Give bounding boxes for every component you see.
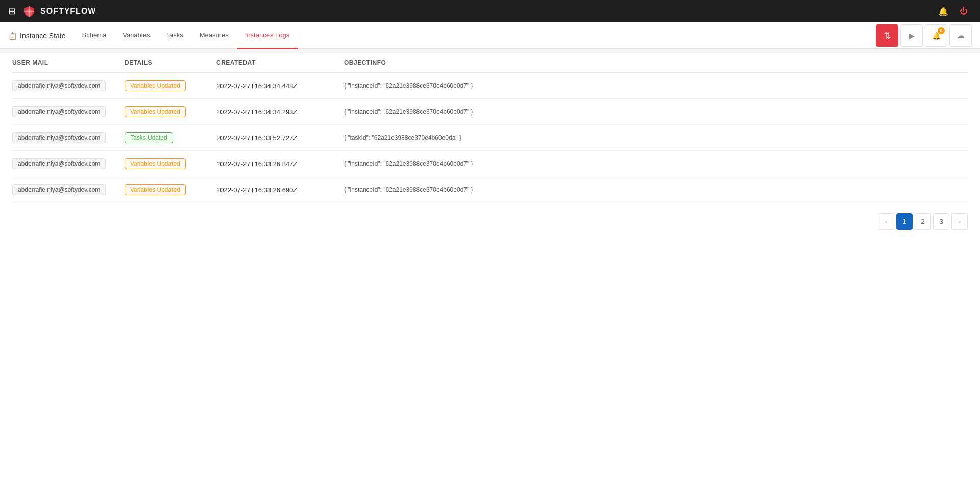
pagination-next[interactable]: › [951, 213, 968, 230]
cell-details: Variables Updated [125, 158, 216, 169]
table-body: abderrafie.niya@softydev.com Variables U… [12, 73, 968, 203]
alert-button[interactable]: 🔔 6 [925, 24, 947, 47]
cell-objectinfo: { "instanceId": "62a21e3988ce370e4b60e0d… [344, 160, 968, 167]
col-header-createdat: CreatedAt [216, 59, 344, 66]
cell-details: Variables Updated [125, 106, 216, 117]
cell-details: Variables Updated [125, 80, 216, 91]
table-row: abderrafie.niya@softydev.com Tasks Udate… [12, 125, 968, 151]
logo-text: SOFTYFLOW [40, 7, 96, 16]
tab-measures[interactable]: Measures [191, 22, 237, 49]
user-tag: abderrafie.niya@softydev.com [12, 158, 106, 169]
secondbar-left: 📋 Instance State Schema Variables Tasks … [8, 22, 298, 49]
table-container: User Mail Details CreatedAt Objectinfo a… [0, 53, 980, 203]
cell-objectinfo: { "instanceId": "62a21e3988ce370e4b60e0d… [344, 108, 968, 115]
topbar-power-icon[interactable]: ⏻ [955, 3, 972, 19]
cell-createdat: 2022-07-27T16:33:52.727Z [216, 134, 344, 142]
table-header: User Mail Details CreatedAt Objectinfo [12, 53, 968, 73]
user-tag: abderrafie.niya@softydev.com [12, 106, 106, 117]
table-row: abderrafie.niya@softydev.com Variables U… [12, 151, 968, 177]
user-tag: abderrafie.niya@softydev.com [12, 80, 106, 91]
cell-createdat: 2022-07-27T16:34:34.448Z [216, 82, 344, 90]
cell-createdat: 2022-07-27T16:33:26.690Z [216, 186, 344, 194]
alert-badge: 6 [938, 27, 945, 34]
details-badge: Variables Updated [125, 80, 186, 91]
user-tag: abderrafie.niya@softydev.com [12, 132, 106, 143]
tab-schema[interactable]: Schema [74, 22, 115, 49]
pagination-prev[interactable]: ‹ [878, 213, 894, 230]
cell-createdat: 2022-07-27T16:34:34.293Z [216, 108, 344, 116]
secondbar: 📋 Instance State Schema Variables Tasks … [0, 22, 980, 49]
table-row: abderrafie.niya@softydev.com Variables U… [12, 73, 968, 99]
details-badge: Variables Updated [125, 106, 186, 117]
instance-state-label: 📋 Instance State [8, 32, 66, 40]
tab-tasks[interactable]: Tasks [158, 22, 191, 49]
details-badge: Tasks Udated [125, 132, 173, 143]
table-row: abderrafie.niya@softydev.com Variables U… [12, 177, 968, 203]
cell-usermail: abderrafie.niya@softydev.com [12, 132, 125, 143]
grid-menu-icon[interactable]: ⊞ [8, 6, 16, 17]
topbar: ⊞ SOFTYFLOW 🔔 ⏻ [0, 0, 980, 22]
cell-usermail: abderrafie.niya@softydev.com [12, 80, 125, 91]
nav-tabs: Schema Variables Tasks Measures Instance… [74, 22, 298, 49]
cell-objectinfo: { "instanceId": "62a21e3988ce370e4b60e0d… [344, 186, 968, 193]
user-tag: abderrafie.niya@softydev.com [12, 184, 106, 195]
table-row: abderrafie.niya@softydev.com Variables U… [12, 99, 968, 125]
cell-details: Tasks Udated [125, 132, 216, 143]
cell-usermail: abderrafie.niya@softydev.com [12, 184, 125, 195]
secondbar-right: ⇅ ▶ 🔔 6 ☁ [876, 24, 972, 47]
main-content: User Mail Details CreatedAt Objectinfo a… [0, 53, 980, 478]
cell-usermail: abderrafie.niya@softydev.com [12, 106, 125, 117]
col-header-usermail: User Mail [12, 59, 125, 66]
cloud-button[interactable]: ☁ [949, 24, 972, 47]
pagination-page-1[interactable]: 1 [896, 213, 913, 230]
transfer-button[interactable]: ⇅ [876, 24, 898, 47]
calendar-icon: 📋 [8, 32, 17, 40]
details-badge: Variables Updated [125, 158, 186, 169]
pagination-page-2[interactable]: 2 [915, 213, 931, 230]
col-header-objectinfo: Objectinfo [344, 59, 968, 66]
logo: SOFTYFLOW [22, 4, 96, 18]
tab-variables[interactable]: Variables [114, 22, 158, 49]
play-button[interactable]: ▶ [900, 24, 923, 47]
cell-details: Variables Updated [125, 184, 216, 195]
cell-objectinfo: { "taskId": "62a21e3988ce370e4b60e0da" } [344, 134, 968, 141]
cell-objectinfo: { "instanceId": "62a21e3988ce370e4b60e0d… [344, 82, 968, 89]
topbar-left: ⊞ SOFTYFLOW [8, 4, 96, 18]
topbar-right: 🔔 ⏻ [935, 3, 972, 19]
col-header-details: Details [125, 59, 216, 66]
details-badge: Variables Updated [125, 184, 186, 195]
topbar-alert-icon[interactable]: 🔔 [935, 3, 951, 19]
tab-instances-logs[interactable]: Instances Logs [237, 22, 298, 49]
instance-state-text: Instance State [20, 32, 66, 40]
pagination-page-3[interactable]: 3 [933, 213, 949, 230]
cell-createdat: 2022-07-27T16:33:26.847Z [216, 160, 344, 168]
pagination: ‹ 1 2 3 › [0, 203, 980, 240]
cell-usermail: abderrafie.niya@softydev.com [12, 158, 125, 169]
